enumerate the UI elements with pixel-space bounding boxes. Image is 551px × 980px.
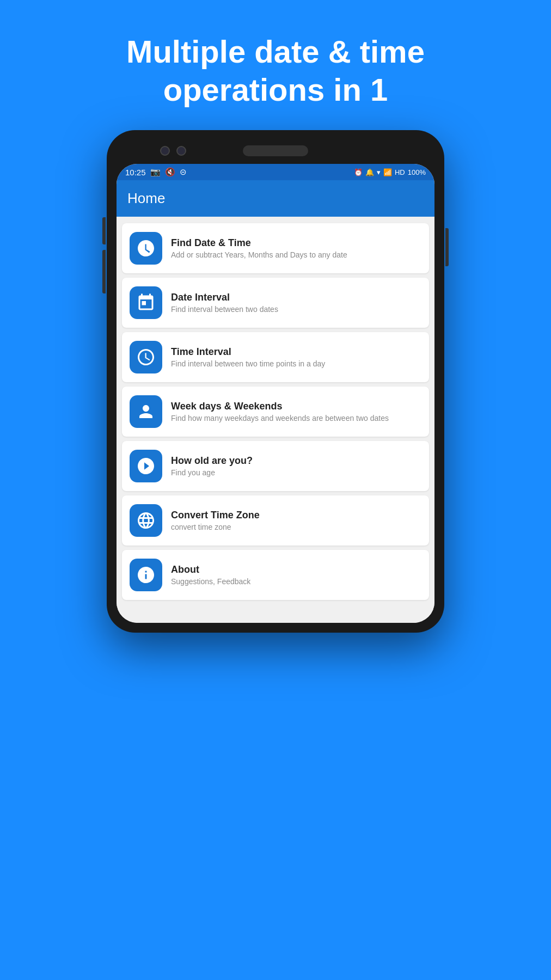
wifi-icon: ▾ (377, 168, 381, 176)
weekdays-title: Week days & Weekends (171, 401, 389, 412)
status-left: 10:25 📷 🔇 ⊝ (125, 167, 187, 177)
time-display: 10:25 (125, 168, 146, 177)
timezone-text: Convert Time Zone convert time zone (171, 510, 260, 531)
hero-title: Multiple date & time operations in 1 (0, 0, 551, 130)
menu-item-date-interval[interactable]: Date Interval Find interval between two … (122, 278, 429, 328)
notification-icon: 🔔 (365, 168, 374, 176)
weekdays-subtitle: Find how many weekdays and weekends are … (171, 414, 389, 422)
power-button (445, 228, 449, 266)
alarm-icon: ⏰ (354, 168, 363, 176)
date-interval-icon (130, 286, 162, 319)
app-header-title: Home (127, 190, 165, 206)
weekdays-icon (130, 395, 162, 428)
menu-item-weekdays[interactable]: Week days & Weekends Find how many weekd… (122, 387, 429, 437)
timezone-title: Convert Time Zone (171, 510, 260, 521)
menu-item-find-date-time[interactable]: Find Date & Time Add or subtract Years, … (122, 223, 429, 273)
about-title: About (171, 564, 250, 575)
find-date-time-text: Find Date & Time Add or subtract Years, … (171, 237, 347, 259)
menu-item-timezone[interactable]: Convert Time Zone convert time zone (122, 495, 429, 546)
date-interval-text: Date Interval Find interval between two … (171, 292, 278, 314)
volume-down-button (102, 250, 106, 293)
phone-frame: 10:25 📷 🔇 ⊝ ⏰ 🔔 ▾ 📶 HD 100% Home (107, 130, 444, 633)
about-subtitle: Suggestions, Feedback (171, 577, 250, 586)
how-old-icon (130, 450, 162, 482)
volume-buttons (102, 217, 106, 293)
about-icon (130, 559, 162, 591)
timezone-icon (130, 504, 162, 537)
signal-icon: 📶 (383, 168, 392, 176)
app-header: Home (117, 180, 434, 217)
phone-bottom (117, 607, 434, 623)
weekdays-text: Week days & Weekends Find how many weekd… (171, 401, 389, 422)
how-old-text: How old are you? Find you age (171, 455, 253, 477)
date-interval-title: Date Interval (171, 292, 278, 303)
find-date-time-icon (130, 232, 162, 265)
no-disturb-icon: ⊝ (180, 167, 187, 177)
mute-icon: 🔇 (165, 167, 175, 177)
menu-list: Find Date & Time Add or subtract Years, … (117, 217, 434, 607)
timezone-subtitle: convert time zone (171, 523, 260, 531)
time-interval-icon (130, 341, 162, 373)
volume-up-button (102, 217, 106, 244)
find-date-time-subtitle: Add or subtract Years, Months and Days t… (171, 250, 347, 259)
phone-screen: 10:25 📷 🔇 ⊝ ⏰ 🔔 ▾ 📶 HD 100% Home (117, 164, 434, 623)
front-camera-2 (176, 146, 186, 156)
front-camera-1 (160, 146, 170, 156)
hd-icon: HD (395, 168, 405, 176)
time-interval-subtitle: Find interval between two time points in… (171, 359, 325, 368)
menu-item-about[interactable]: About Suggestions, Feedback (122, 550, 429, 600)
menu-item-how-old[interactable]: How old are you? Find you age (122, 441, 429, 491)
status-bar: 10:25 📷 🔇 ⊝ ⏰ 🔔 ▾ 📶 HD 100% (117, 164, 434, 180)
phone-top-bar (117, 140, 434, 164)
how-old-title: How old are you? (171, 455, 253, 467)
hero-section: Multiple date & time operations in 1 (0, 0, 551, 130)
date-interval-subtitle: Find interval between two dates (171, 305, 278, 314)
find-date-time-title: Find Date & Time (171, 237, 347, 249)
time-interval-text: Time Interval Find interval between two … (171, 346, 325, 368)
camera-icon: 📷 (150, 167, 161, 177)
about-text: About Suggestions, Feedback (171, 564, 250, 586)
battery-display: 100% (408, 168, 426, 176)
time-interval-title: Time Interval (171, 346, 325, 358)
status-right: ⏰ 🔔 ▾ 📶 HD 100% (354, 168, 426, 176)
phone-speaker (243, 145, 308, 156)
menu-item-time-interval[interactable]: Time Interval Find interval between two … (122, 332, 429, 382)
how-old-subtitle: Find you age (171, 468, 253, 477)
